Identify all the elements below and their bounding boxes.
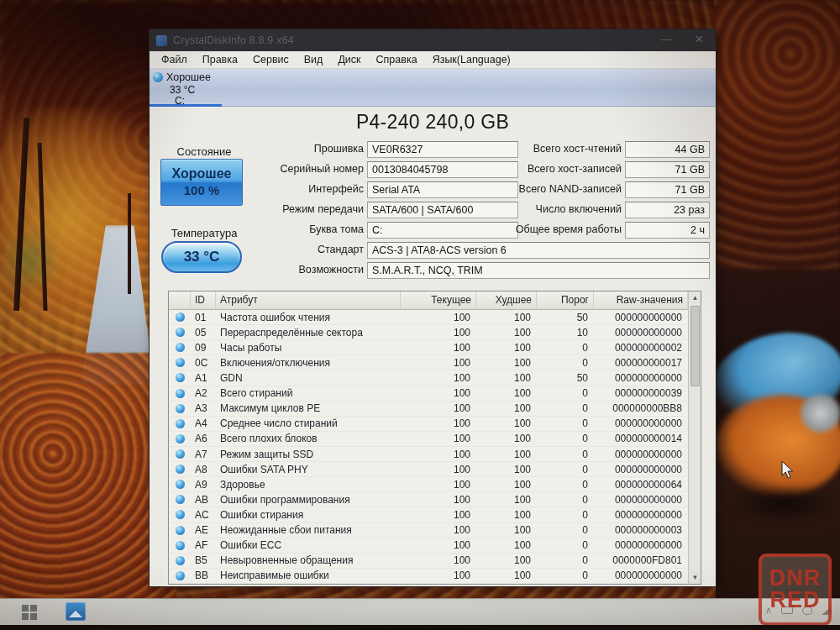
start-button[interactable] (22, 605, 37, 620)
smart-table-row[interactable]: BB Неисправимые ошибки 100 100 0 0000000… (169, 569, 688, 584)
smart-table-row[interactable]: AC Ошибки стирания 100 100 0 00000000000… (169, 507, 688, 522)
crystaldiskinfo-window: CrystalDiskInfo 8.8.9 x64 — ✕ ФайлПравка… (150, 29, 716, 586)
menu-item[interactable]: Сервис (245, 52, 297, 67)
smart-table-row[interactable]: A3 Максимум циклов PE 100 100 0 00000000… (169, 402, 688, 417)
smart-table-row[interactable]: A2 Всего стираний 100 100 0 000000000039 (169, 386, 688, 402)
drive-tab[interactable]: Хорошее 33 °C C: (150, 69, 222, 107)
field-label: Число включений (437, 203, 622, 215)
attribute-raw: 000000000000 (594, 327, 688, 339)
attribute-id: 09 (191, 342, 216, 354)
wallpaper-right-strip (716, 0, 840, 598)
smart-table-row[interactable]: A4 Среднее число стираний 100 100 0 0000… (169, 417, 688, 432)
smart-table-row[interactable]: A7 Режим защиты SSD 100 100 0 0000000000… (169, 447, 688, 462)
attribute-current: 100 (401, 342, 476, 354)
menu-item[interactable]: Вид (297, 52, 331, 67)
window-title: CrystalDiskInfo 8.8.9 x64 (173, 34, 294, 46)
wallpaper-right-foliage (716, 0, 840, 269)
dnr-red-watermark: DNR RED (759, 554, 832, 626)
attribute-current: 100 (401, 372, 476, 384)
photo-bottom-edge (0, 625, 840, 630)
scroll-up-arrow-icon[interactable]: ▲ (689, 291, 701, 304)
attribute-raw: 0000000FD801 (594, 554, 688, 566)
wallpaper-green-bush (0, 227, 59, 294)
menu-item[interactable]: Файл (154, 52, 195, 67)
smart-table-row[interactable]: B5 Невыровненные обращения 100 100 0 000… (169, 554, 688, 569)
smart-table-row[interactable]: A9 Здоровье 100 100 0 000000000064 (169, 477, 688, 492)
attribute-current: 100 (401, 417, 476, 429)
attribute-threshold: 50 (537, 372, 594, 384)
attribute-threshold: 0 (537, 479, 594, 491)
taskbar[interactable]: ∧ (0, 598, 840, 625)
menu-item[interactable]: Правка (195, 52, 245, 67)
attribute-name: Среднее число стираний (216, 417, 401, 429)
attribute-health-orb-icon (176, 358, 185, 367)
attribute-worst: 100 (476, 509, 537, 521)
wide-field-row: Стандарт ACS-3 | ATA8-ACS version 6 (150, 242, 716, 260)
smart-table-row[interactable]: AB Ошибки программирования 100 100 0 000… (169, 492, 688, 507)
mouse-cursor (781, 460, 795, 484)
header-attribute: Атрибут (216, 291, 401, 309)
attribute-health-orb-icon (176, 510, 185, 519)
smart-table-row[interactable]: 0C Включения/отключения 100 100 0 000000… (169, 355, 688, 370)
attribute-id: A2 (191, 387, 216, 399)
smart-table-row[interactable]: 05 Перераспределённые сектора 100 100 10… (169, 325, 688, 340)
attribute-threshold: 0 (537, 417, 594, 429)
attribute-threshold: 0 (537, 539, 594, 551)
attribute-raw: 000000000000 (594, 509, 688, 521)
attribute-raw: 000000000039 (594, 387, 688, 399)
attribute-current: 100 (401, 524, 476, 536)
minimize-button[interactable]: — (661, 33, 672, 45)
attribute-health-orb-icon (176, 449, 185, 459)
smart-table-row[interactable]: 09 Часы работы 100 100 0 000000000002 (169, 340, 688, 355)
smart-table-row[interactable]: 01 Частота ошибок чтения 100 100 50 0000… (169, 310, 688, 325)
attribute-id: AB (191, 494, 216, 506)
attribute-current: 100 (401, 327, 476, 339)
smart-table-row[interactable]: A8 Ошибки SATA PHY 100 100 0 00000000000… (169, 462, 688, 477)
attribute-health-orb-icon (176, 343, 185, 352)
windows-logo-icon (30, 613, 37, 620)
attribute-id: A1 (191, 372, 216, 384)
field-label: Стандарт (196, 244, 364, 255)
smart-table-row[interactable]: A6 Всего плохих блоков 100 100 0 0000000… (169, 432, 688, 447)
attribute-raw: 000000000000 (594, 570, 688, 581)
smart-table-row[interactable]: AE Неожиданные сбои питания 100 100 0 00… (169, 523, 688, 538)
attribute-current: 100 (401, 570, 476, 581)
drive-tab-temperature: 33 °C (170, 84, 195, 96)
field-label: Возможности (196, 264, 364, 276)
watermark-line2: RED (769, 590, 820, 612)
header-raw: Raw-значения (594, 291, 688, 309)
attribute-worst: 100 (476, 570, 537, 581)
menu-item[interactable]: Справка (369, 52, 425, 67)
smart-table-row[interactable]: AF Ошибки ECC 100 100 0 000000000000 (169, 538, 688, 554)
attribute-name: Ошибки SATA PHY (216, 464, 401, 475)
health-status-orb-icon (153, 72, 163, 82)
attribute-name: Частота ошибок чтения (216, 312, 401, 323)
menu-item[interactable]: Диск (330, 52, 368, 67)
field-label: Всего NAND-записей (437, 183, 622, 195)
window-titlebar[interactable]: CrystalDiskInfo 8.8.9 x64 — ✕ (150, 29, 716, 51)
table-scrollbar[interactable]: ▲ ▼ (688, 291, 701, 584)
attribute-raw: 000000000000 (594, 312, 688, 323)
stat-field-row: Всего хост-записей 71 GB (150, 161, 716, 179)
attribute-worst: 100 (476, 433, 537, 444)
menu-item[interactable]: Язык(Language) (425, 52, 518, 67)
drive-tab-status: Хорошее (166, 71, 211, 83)
attribute-name: Режим защиты SSD (216, 449, 401, 460)
smart-table-row[interactable]: A1 GDN 100 100 50 000000000000 (169, 370, 688, 386)
attribute-health-orb-icon (176, 541, 185, 550)
taskbar-app-icon[interactable] (66, 602, 86, 621)
attribute-id: A3 (191, 402, 216, 414)
windows-logo-icon (22, 613, 29, 620)
attribute-health-orb-icon (176, 312, 185, 322)
car-silver-front (800, 393, 840, 433)
attribute-raw: 000000000000 (594, 464, 688, 475)
header-id: ID (191, 291, 216, 309)
close-button[interactable]: ✕ (695, 33, 704, 45)
drive-info-panel: P4-240 240,0 GB Состояние Хорошее 100 % … (150, 107, 716, 586)
attribute-worst: 100 (476, 479, 537, 491)
attribute-id: A9 (191, 479, 216, 491)
scrollbar-thumb[interactable] (690, 306, 700, 386)
scroll-down-arrow-icon[interactable]: ▼ (689, 571, 701, 584)
attribute-threshold: 0 (537, 387, 594, 399)
wide-field-row: Возможности S.M.A.R.T., NCQ, TRIM (150, 262, 716, 280)
